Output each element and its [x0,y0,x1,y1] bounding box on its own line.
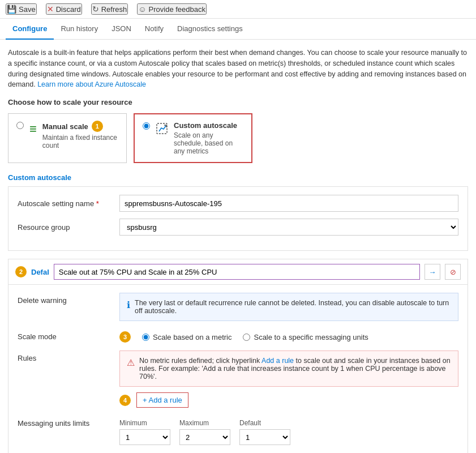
add-rule-button[interactable]: + Add a rule [136,392,188,408]
condition-delete-icon: ⊘ [450,268,456,276]
rules-error-box: ⚠ No metric rules defined; click hyperli… [119,351,458,387]
scale-mode-options: 3 Scale based on a metric Scale to a spe… [119,329,458,343]
name-label: Autoscale setting name * [18,199,119,208]
condition-header-label: Defal [31,268,49,276]
tab-run-history[interactable]: Run history [54,19,105,40]
custom-autoscale-text: Custom autoscale Scale on any schedule, … [174,121,243,155]
maximum-select[interactable]: 2 [180,430,230,445]
manual-scale-text: Manual scale 1 Maintain a fixed instance… [42,121,118,149]
manual-scale-icon: ≡ [29,122,37,136]
maximum-select-wrapper: 2 [179,429,230,445]
main-content: Autoscale is a built-in feature that hel… [0,40,476,453]
scale-mode-label: Scale mode [18,329,119,341]
resource-group-field-row: Resource group spsbusrg [18,219,458,236]
learn-more-link[interactable]: Learn more about Azure Autoscale [37,80,146,88]
choose-section-heading: Choose how to scale your resource [8,98,468,106]
default-select-wrapper: 1 [239,429,290,445]
name-required-star: * [96,199,99,208]
scale-specific-option[interactable]: Scale to a specific messaging units [243,333,368,341]
info-icon: ℹ [127,300,130,310]
name-input[interactable] [119,195,458,212]
scale-mode-row: Scale mode 3 Scale based on a metric Sca… [18,329,458,343]
resource-group-select[interactable]: spsbusrg [120,219,458,235]
minimum-label: Minimum [119,419,170,427]
tab-bar: Configure Run history JSON Notify Diagno… [0,19,476,40]
delete-warning-text: The very last or default recurrence rule… [135,299,451,315]
condition-name-input[interactable] [54,264,420,280]
scale-metric-option[interactable]: Scale based on a metric [142,333,231,341]
resource-group-label: Resource group [18,223,119,232]
manual-scale-option[interactable]: ≡ Manual scale 1 Maintain a fixed instan… [8,113,127,163]
delete-warning-box: ℹ The very last or default recurrence ru… [119,293,458,321]
custom-autoscale-subtitle: Scale on any schedule, based on any metr… [174,131,243,155]
delete-warning-label: Delete warning [18,293,119,305]
maximum-label: Maximum [179,419,230,427]
custom-autoscale-icon [156,122,168,138]
rules-badge: 4 [119,395,131,406]
condition-navigate-button[interactable]: → [424,264,440,280]
scale-metric-label: Scale based on a metric [153,333,231,341]
minimum-limit-group: Minimum 1 [119,419,170,445]
manual-scale-title: Manual scale [42,122,88,131]
condition-delete-button[interactable]: ⊘ [445,264,461,280]
minimum-select[interactable]: 1 [120,430,170,445]
default-label: Default [239,419,290,427]
error-icon: ⚠ [127,357,135,381]
custom-autoscale-option[interactable]: Custom autoscale Scale on any schedule, … [134,113,252,163]
add-rule-link[interactable]: Add a rule [261,357,294,365]
name-field-row: Autoscale setting name * [18,195,458,212]
scale-specific-label: Scale to a specific messaging units [254,333,368,341]
condition-panel: 2 Defal → ⊘ Delete warning ℹ The very la… [8,259,468,453]
rules-row: Rules ⚠ No metric rules defined; click h… [18,351,458,408]
scale-options: ≡ Manual scale 1 Maintain a fixed instan… [8,113,468,163]
minimum-select-wrapper: 1 [119,429,170,445]
condition-arrow-icon: → [428,268,436,276]
rules-error-text: No metric rules defined; click hyperlink… [139,357,451,381]
resource-group-select-wrapper: spsbusrg [119,219,458,236]
default-limit-group: Default 1 [239,419,290,445]
feedback-icon: ☺ [138,5,146,14]
custom-autoscale-section-label: Custom autoscale [8,173,468,182]
limits-label: Messaging units limits [18,416,119,428]
delete-warning-row: Delete warning ℹ The very last or defaul… [18,293,458,321]
scale-metric-radio[interactable] [142,334,149,341]
refresh-button[interactable]: ↻ Refresh [91,3,128,15]
default-select[interactable]: 1 [240,430,290,445]
save-icon: 💾 [7,5,16,14]
refresh-icon: ↻ [92,5,99,14]
limits-row-inner: Minimum 1 Maximum 2 [119,419,458,445]
manual-scale-subtitle: Maintain a fixed instance count [42,134,118,149]
save-button[interactable]: 💾 Save [6,3,37,15]
settings-panel: Autoscale setting name * Resource group … [8,186,468,251]
limits-row: Messaging units limits Minimum 1 [18,416,458,445]
feedback-button[interactable]: ☺ Provide feedback [137,3,207,15]
condition-header: 2 Defal → ⊘ [8,259,468,285]
custom-autoscale-title: Custom autoscale [174,121,243,130]
tab-diagnostics[interactable]: Diagnostics settings [170,19,250,40]
scale-specific-radio[interactable] [243,334,250,341]
description-text: Autoscale is a built-in feature that hel… [8,48,468,90]
scale-mode-badge: 3 [119,331,131,343]
rules-label: Rules [18,351,119,362]
tab-configure[interactable]: Configure [6,19,54,40]
manual-scale-radio[interactable] [16,122,24,129]
condition-badge: 2 [15,266,27,277]
maximum-limit-group: Maximum 2 [179,419,230,445]
tab-notify[interactable]: Notify [138,19,170,40]
custom-autoscale-radio[interactable] [143,122,150,130]
manual-scale-badge: 1 [92,121,103,132]
condition-body: Delete warning ℹ The very last or defaul… [8,285,468,453]
tab-json[interactable]: JSON [105,19,138,40]
toolbar: 💾 Save ✕ Discard ↻ Refresh ☺ Provide fee… [0,0,476,19]
discard-icon: ✕ [47,5,54,14]
discard-button[interactable]: ✕ Discard [46,3,82,15]
